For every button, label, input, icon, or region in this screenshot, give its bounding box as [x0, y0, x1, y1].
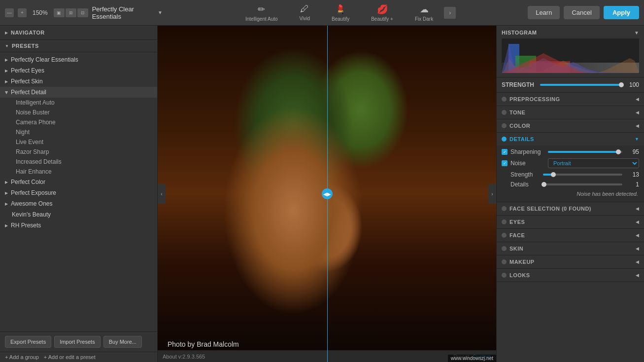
view-grid-button[interactable]: ⊟ [77, 8, 88, 17]
navigator-header[interactable]: ▶ NAVIGATOR [5, 30, 152, 36]
accordion-preprocessing-header[interactable]: PREPROCESSING ◀ [497, 93, 644, 106]
preset-item-camera-phone[interactable]: Camera Phone [11, 117, 157, 127]
preset-item-razor-sharp[interactable]: Razor Sharp [11, 147, 157, 157]
accordion-face: FACE ◀ [497, 229, 644, 242]
preset-item-increased-details[interactable]: Increased Details [11, 157, 157, 167]
bottom-buttons: Export Presets Import Presets Buy More..… [0, 331, 157, 352]
add-preset-action[interactable]: + Add or edit a preset [44, 354, 96, 360]
preprocessing-title: PREPROCESSING [509, 96, 633, 102]
noise-label: Noise [510, 160, 545, 167]
noise-strength-value: 13 [625, 171, 639, 178]
tab-beautify[interactable]: 💄 Beautify [321, 2, 360, 24]
preset-item-hair-enhance[interactable]: Hair Enhance [11, 167, 157, 177]
strength-thumb[interactable] [619, 82, 624, 87]
center-area: ‹ ◀▶ › Photo by Brad Malcolm About v:2.9… [158, 26, 496, 362]
accordion-color-header[interactable]: COLOR ◀ [497, 119, 644, 132]
sharpening-checkbox[interactable]: ✓ [502, 149, 508, 155]
details-title: DETAILS [509, 136, 632, 142]
tab-intelligent-auto[interactable]: ✏ Intelligent Auto [235, 2, 289, 24]
noise-dropdown[interactable]: Portrait Landscape Auto [548, 158, 639, 168]
tab-beautify-plus-label: Beautify + [371, 16, 393, 22]
preset-group-rh-presets[interactable]: ▶ RH Presets [0, 220, 157, 231]
top-bar: — + 150% ▣ ⊞ ⊟ Perfectly Clear Essential… [0, 0, 644, 26]
preset-item-intelligent-auto[interactable]: Intelligent Auto [11, 98, 157, 108]
tab-fix-dark[interactable]: ☁ Fix Dark [404, 2, 444, 24]
image-right-arrow[interactable]: › [488, 184, 496, 204]
preset-group-kevins-beauty[interactable]: Kevin's Beauty [0, 209, 157, 220]
preset-group-perfect-exposure[interactable]: ▶ Perfect Exposure [0, 187, 157, 198]
sharpening-slider[interactable] [548, 151, 622, 153]
preset-dropdown[interactable]: Perfectly Clear Essentials ▼ [92, 5, 163, 20]
noise-row: ✓ Noise Portrait Landscape Auto [502, 158, 639, 168]
tone-arrow-icon: ◀ [636, 110, 639, 115]
noise-details-thumb[interactable] [542, 182, 546, 187]
preset-item-noise-buster[interactable]: Noise Buster [11, 108, 157, 117]
preset-group-perfect-color[interactable]: ▶ Perfect Color [0, 177, 157, 187]
cancel-button[interactable]: Cancel [564, 6, 599, 19]
preset-group-label: Perfect Eyes [11, 67, 44, 74]
histogram-section: HISTOGRAM ▼ [497, 26, 644, 77]
tab-beautify-plus-icon: 💋 [377, 4, 388, 15]
zoom-level: 150% [33, 9, 48, 16]
face-selection-arrow-icon: ◀ [636, 206, 639, 211]
learn-button[interactable]: Learn [528, 6, 560, 19]
split-handle[interactable]: ◀▶ [322, 188, 333, 199]
preprocessing-dot [502, 97, 507, 102]
export-presets-button[interactable]: Export Presets [5, 336, 51, 348]
preset-group-perfect-detail[interactable]: ▶ Perfect Detail [0, 87, 157, 98]
preset-group-awesome-ones[interactable]: ▶ Awesome Ones [0, 198, 157, 209]
noise-checkbox[interactable]: ✓ [502, 160, 508, 166]
accordion-tone-header[interactable]: TONE ◀ [497, 106, 644, 119]
apply-button[interactable]: Apply [604, 6, 639, 19]
tab-beautify-icon: 💄 [335, 4, 346, 15]
histogram-header: HISTOGRAM ▼ [502, 30, 639, 36]
face-dot [502, 233, 507, 238]
tone-title: TONE [509, 109, 633, 115]
accordion-makeup-header[interactable]: MAKEUP ◀ [497, 255, 644, 268]
top-bar-left: — + 150% ▣ ⊞ ⊟ Perfectly Clear Essential… [5, 5, 163, 20]
preset-dropdown-arrow: ▼ [158, 10, 163, 15]
preset-group-label: RH Presets [11, 222, 41, 229]
strength-fill [540, 84, 621, 86]
strength-value: 100 [625, 81, 639, 88]
accordion-face-selection-header[interactable]: FACE SELECTION (0 found) ◀ [497, 202, 644, 215]
details-dot [502, 137, 507, 142]
accordion-face-header[interactable]: FACE ◀ [497, 229, 644, 242]
preset-item-live-event[interactable]: Live Event [11, 137, 157, 147]
noise-details-slider[interactable] [543, 183, 622, 185]
tab-vivid[interactable]: 🖊 Vivid [289, 2, 321, 23]
import-presets-button[interactable]: Import Presets [54, 336, 101, 348]
face-arrow-icon: ◀ [636, 233, 639, 238]
presets-label: PRESETS [12, 43, 39, 49]
sharpening-row: ✓ Sharpening 95 [502, 148, 639, 155]
noise-strength-slider[interactable] [543, 174, 622, 176]
view-single-button[interactable]: ▣ [54, 8, 65, 17]
add-button[interactable]: + [18, 8, 27, 17]
accordion-looks-header[interactable]: LOOKS ◀ [497, 269, 644, 282]
accordion-details-header[interactable]: DETAILS ▼ [497, 133, 644, 145]
accordion-eyes-header[interactable]: EYES ◀ [497, 216, 644, 228]
buy-more-button[interactable]: Buy More... [103, 336, 142, 348]
face-selection-dot [502, 206, 507, 211]
preset-group-perfectly-clear[interactable]: ▶ Perfectly Clear Essentials [0, 54, 157, 65]
tabs-next-arrow[interactable]: › [444, 7, 456, 19]
noise-strength-thumb[interactable] [551, 172, 556, 177]
preset-group-perfect-skin[interactable]: ▶ Perfect Skin [0, 76, 157, 87]
sharpening-fill [548, 151, 618, 153]
preset-group-perfect-eyes[interactable]: ▶ Perfect Eyes [0, 65, 157, 76]
noise-details-track [543, 183, 622, 185]
view-split-button[interactable]: ⊞ [66, 8, 76, 17]
histogram-canvas [502, 38, 639, 73]
strength-slider[interactable] [540, 84, 621, 86]
accordion-skin-header[interactable]: SKIN ◀ [497, 242, 644, 255]
color-arrow-icon: ◀ [636, 123, 639, 128]
preset-item-night[interactable]: Night [11, 127, 157, 137]
photo-credit: Photo by Brad Malcolm [168, 340, 239, 348]
add-group-action[interactable]: + Add a group [5, 354, 39, 360]
minimize-button[interactable]: — [5, 8, 14, 17]
sharpening-thumb[interactable] [616, 149, 621, 154]
preset-group-label: Perfect Detail [11, 89, 46, 96]
image-left-arrow[interactable]: ‹ [158, 184, 166, 204]
details-arrow-icon: ▼ [635, 137, 639, 142]
tab-beautify-plus[interactable]: 💋 Beautify + [360, 2, 404, 24]
